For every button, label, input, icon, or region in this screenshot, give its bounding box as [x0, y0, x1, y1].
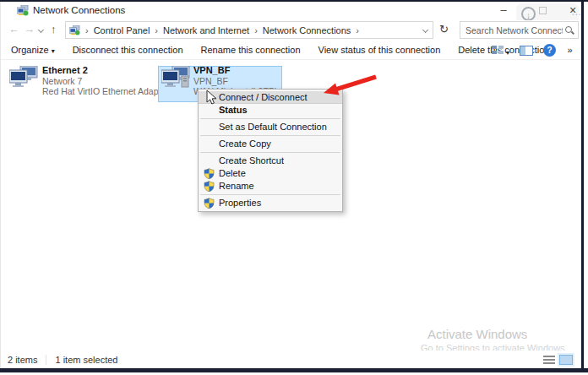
- uac-shield-icon: [204, 198, 215, 209]
- menu-item-set-default[interactable]: Set as Default Connection: [199, 121, 342, 133]
- preview-pane-icon[interactable]: [520, 46, 533, 56]
- search-input[interactable]: [464, 24, 564, 36]
- connection-name: VPN_BF: [193, 66, 277, 76]
- menu-item-delete[interactable]: Delete: [199, 167, 342, 180]
- annotation-arrow-icon: [322, 73, 383, 99]
- organize-dropdown-icon: ▾: [52, 47, 55, 55]
- help-icon[interactable]: ?: [543, 44, 556, 57]
- address-dropdown-chevron-icon[interactable]: [422, 27, 428, 33]
- breadcrumb-item-network-and-internet[interactable]: Network and Internet: [163, 25, 249, 35]
- refresh-button[interactable]: ↻: [439, 23, 449, 35]
- screen-edge-right: [581, 0, 584, 369]
- disconnect-connection-button[interactable]: Disconnect this connection: [73, 45, 183, 55]
- connection-item-ethernet[interactable]: Ethernet 2 Network 7 Red Hat VirtIO Ethe…: [9, 66, 169, 97]
- network-connections-icon: [17, 5, 29, 16]
- menu-item-connect-disconnect[interactable]: Connect / Disconnect: [199, 91, 342, 104]
- toolbar-overflow-button[interactable]: »: [567, 45, 572, 55]
- menu-item-status[interactable]: Status: [199, 104, 342, 117]
- status-bar: 2 items 1 item selected: [1, 351, 581, 368]
- window-title: Network Connections: [33, 5, 125, 15]
- mouse-cursor-icon: [206, 90, 218, 106]
- menu-item-rename[interactable]: Rename: [199, 180, 342, 193]
- breadcrumb-separator: ›: [155, 25, 158, 35]
- organize-button[interactable]: Organize▾: [11, 45, 55, 55]
- command-toolbar: Organize▾ Disconnect this connection Ren…: [1, 41, 581, 60]
- items-area: Ethernet 2 Network 7 Red Hat VirtIO Ethe…: [1, 60, 581, 351]
- back-button[interactable]: ←: [8, 23, 19, 35]
- address-bar[interactable]: › Control Panel › Network and Internet ›…: [65, 21, 433, 39]
- rename-connection-button[interactable]: Rename this connection: [201, 45, 301, 55]
- minimize-button[interactable]: –: [489, 2, 518, 20]
- forward-button[interactable]: →: [24, 23, 35, 35]
- context-menu: Connect / Disconnect Status Set as Defau…: [198, 89, 343, 212]
- watermark-line1: Activate Windows: [421, 327, 568, 341]
- breadcrumb-separator: ›: [85, 25, 89, 35]
- change-view-button[interactable]: ▾: [492, 45, 509, 57]
- connection-status: VPN_BF: [193, 77, 277, 87]
- view-status-button[interactable]: View status of this connection: [318, 45, 441, 55]
- menu-item-properties[interactable]: Properties: [199, 197, 342, 209]
- up-button[interactable]: ↑: [51, 23, 57, 35]
- large-icons-view-icon[interactable]: [559, 355, 573, 365]
- search-icon: [564, 25, 574, 35]
- breadcrumb-item-control-panel[interactable]: Control Panel: [94, 25, 150, 35]
- menu-item-create-shortcut[interactable]: Create Shortcut: [199, 155, 342, 167]
- view-dropdown-icon: ▾: [506, 49, 509, 57]
- details-view-icon[interactable]: [543, 355, 555, 365]
- recent-pages-chevron-icon[interactable]: [38, 27, 44, 33]
- breadcrumb-item-network-connections[interactable]: Network Connections: [263, 25, 351, 35]
- menu-item-create-copy[interactable]: Create Copy: [199, 138, 342, 150]
- items-count: 2 items: [8, 355, 46, 365]
- search-box[interactable]: [460, 21, 579, 39]
- view-grid-icon: [492, 45, 504, 55]
- activate-windows-watermark: Activate Windows Go to Settings to activ…: [421, 327, 568, 353]
- explorer-window: Network Connections – ↓ × ⋯ ← → ↑: [0, 2, 581, 368]
- vpn-connection-icon: [161, 66, 190, 88]
- title-bar: Network Connections – ↓ × ⋯: [1, 2, 581, 20]
- address-location-icon: [69, 25, 80, 35]
- connection-status: Network 7: [42, 77, 169, 87]
- connection-device: Red Hat VirtIO Ethernet Adapter: [42, 87, 169, 97]
- breadcrumb-separator: ›: [254, 25, 258, 35]
- menu-separator: [200, 135, 340, 136]
- uac-shield-icon: [204, 181, 215, 192]
- uac-shield-icon: [204, 168, 215, 179]
- menu-separator: [200, 118, 340, 119]
- menu-separator: [200, 152, 340, 153]
- download-icon[interactable]: ↓: [521, 7, 536, 21]
- ethernet-adapter-icon: [9, 66, 38, 88]
- menu-separator: [200, 194, 340, 195]
- taskbar-sliver: [0, 368, 588, 372]
- breadcrumb-separator: ›: [356, 25, 359, 35]
- navigation-bar: ← → ↑ › Control Panel › Network and Inte…: [1, 20, 581, 41]
- selection-count: 1 item selected: [46, 355, 117, 365]
- screen-edge-top: [0, 0, 588, 2]
- screenshot-canvas: Network Connections – ↓ × ⋯ ← → ↑: [0, 0, 588, 375]
- connection-name: Ethernet 2: [42, 66, 169, 76]
